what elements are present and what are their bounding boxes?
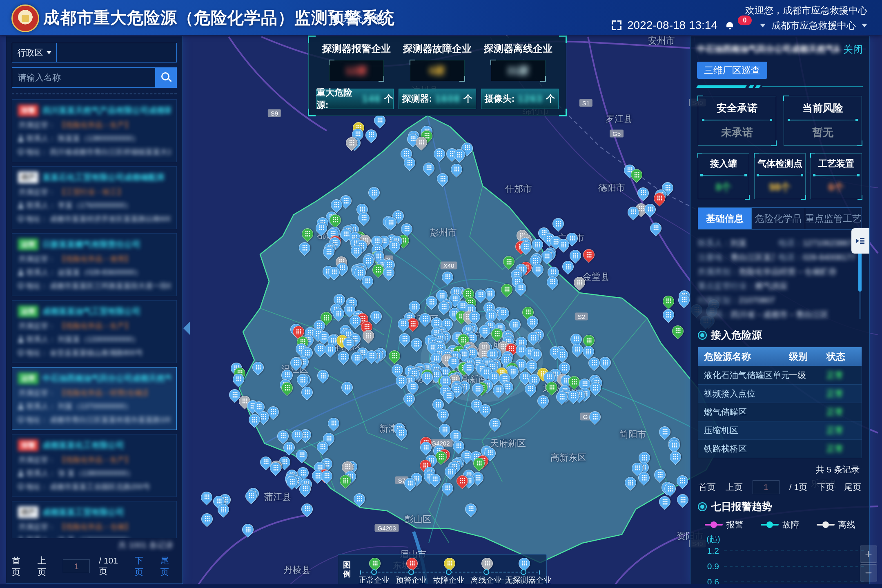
table-row[interactable]: 视频接入点位正常	[698, 384, 862, 403]
pagination-total: / 1页	[789, 481, 807, 493]
card-contact: 联系人： 赵某某（028-83600000）	[27, 267, 142, 277]
card-title-row: 运营日新某某燃气有限责任公司	[18, 238, 171, 250]
chevron-down-icon[interactable]	[862, 24, 867, 27]
enterprise-card[interactable]: 运营中石油西南油气田分公司成都天然气储配总库所属监管：【危险化学品－经营(仓储)…	[12, 367, 177, 430]
tab-重点监管工艺[interactable]: 重点监管工艺	[805, 208, 862, 229]
bell-icon[interactable]	[726, 21, 735, 29]
stat-bar-unit: 个	[463, 93, 472, 105]
pagination-first[interactable]: 首页	[699, 481, 716, 493]
card-contact: 联系人： 刘某某（13300000000）	[27, 334, 140, 344]
table-row[interactable]: 铁路栈桥区正常	[698, 439, 862, 458]
stats-panel: 探测器报警企业12家探测器故障企业6家探测器离线企业31家 重大危险源:146个…	[308, 36, 566, 116]
table-row[interactable]: 压缩机区正常	[698, 421, 862, 439]
region-filter-row: 行政区	[12, 43, 177, 62]
grid-icon	[332, 15, 339, 22]
map-zoom-controls: + −	[860, 546, 877, 581]
search-input[interactable]	[12, 67, 156, 88]
enterprise-card-list: 报警四川某某天然气产品有限公司成都装卸储配站所属监管：【危险化学品－生产】联系人…	[12, 99, 177, 538]
enterprise-card[interactable]: 运营日新某某燃气有限责任公司所属监管：【危险化学品－使用】联系人： 赵某某（02…	[12, 233, 177, 296]
detail-row: 电话：12710623867	[778, 236, 855, 250]
counter-value: 6个	[813, 180, 859, 194]
divider	[814, 175, 858, 176]
detail-value: 12710623867	[803, 238, 853, 247]
stat-group: 探测器故障企业6家	[397, 42, 478, 83]
pagination-prev[interactable]: 上页	[38, 555, 54, 578]
header-toolbar: 2022-08-18 13:14 0 成都市应急救援中心	[612, 19, 867, 32]
stat-group: 探测器报警企业12家	[316, 42, 397, 83]
location-icon	[18, 483, 23, 490]
fullscreen-icon[interactable]	[612, 20, 621, 30]
close-button[interactable]: 关闭	[843, 43, 863, 56]
card-title-row: 运营成都某某油气工贸有限公司	[18, 305, 171, 317]
3d-tour-button[interactable]: 三维厂区巡查	[697, 62, 767, 79]
datetime-text: 2022-08-18 13:14	[627, 19, 717, 32]
card-title: 日新某某燃气有限责任公司	[42, 239, 140, 250]
card-contact: 联系人： 李某（17600000000）	[27, 200, 132, 210]
search-button[interactable]	[156, 67, 177, 88]
detail-value: 21070807	[739, 296, 775, 305]
chevron-down-icon[interactable]	[760, 24, 766, 27]
legend-label: 故障	[782, 519, 800, 530]
card-address-row: 地址： 金堂县某某镇山泉湖路800号	[18, 348, 171, 358]
enterprise-card[interactable]: 报警四川某某天然气产品有限公司成都装卸储配站所属监管：【危险化学品－生产】联系人…	[12, 99, 177, 162]
detail-value: 青白江区某某街道	[731, 253, 774, 262]
enterprise-card[interactable]: 运营成都某某油气工贸有限公司所属监管：【危险化学品－生产】联系人： 刘某某（13…	[12, 300, 177, 363]
stat-value: 6家	[429, 64, 445, 78]
region-filter-value[interactable]	[57, 43, 177, 62]
pagination-next[interactable]: 下页	[135, 555, 151, 578]
person-icon	[18, 470, 24, 477]
map-zoom-in-button[interactable]: +	[860, 546, 877, 563]
tab-基础信息[interactable]: 基础信息	[698, 208, 751, 229]
pagination-first[interactable]: 首页	[12, 555, 29, 578]
hazard-name: 燃气储罐区	[698, 406, 789, 418]
card-title-row: 报警成都某某化工有限公司	[18, 439, 171, 451]
detail-row: 三维码：四川省－成都市－青白江区	[698, 307, 855, 322]
detail-label: 注册地：	[698, 253, 731, 262]
sidebar-collapse-arrow-icon[interactable]	[183, 322, 190, 335]
detail-label: 三维码：	[698, 310, 731, 319]
enterprise-card[interactable]: 停产成都某某工贸有限公司所属监管：【危险化学品－仓储】联系人： 徐 某（1300…	[12, 501, 177, 538]
org-dropdown[interactable]: 成都市应急救援中心	[771, 19, 856, 32]
legend-item-离线企业: 离线企业	[468, 556, 505, 583]
detail-tabs: 基础信息危险化学品重点监管工艺	[698, 207, 862, 229]
pagination-page-input[interactable]	[63, 559, 90, 573]
stat-bar-value: 1608	[435, 93, 460, 105]
detail-value: 028-84008177 / 13408025136	[803, 253, 855, 262]
sidebar: 行政区 报警四川某某天然气产品有限公司成都装卸储配站所属监管：【危险化学品－生产…	[6, 36, 183, 584]
tab-危险化学品[interactable]: 危险化学品	[751, 208, 805, 229]
chevron-down-icon	[47, 51, 51, 54]
hazard-name: 铁路栈桥区	[698, 443, 789, 454]
table-header-cell: 状态	[826, 350, 862, 363]
system-nav-button[interactable]: 系统导航	[332, 11, 383, 25]
hazard-section-header: 接入危险源	[698, 328, 862, 342]
pagination-page-input[interactable]	[753, 480, 780, 494]
enterprise-card[interactable]: 报警成都某某化工有限公司所属监管：【危险化学品－生产】联系人： 张 某（1380…	[12, 434, 177, 497]
map-zoom-out-button[interactable]: −	[860, 564, 877, 581]
pagination-last[interactable]: 尾页	[844, 481, 861, 493]
detail-label: 联系人：	[698, 238, 731, 247]
table-row[interactable]: 液化石油气储罐区单元一级正常	[698, 366, 862, 384]
card-title: 成都某某工贸有限公司	[42, 507, 124, 518]
panel-expand-button[interactable]	[851, 228, 869, 254]
card-contact: 联系人： 陈某某（13800000000）	[27, 134, 140, 143]
counter-box: 气体检测点98个	[754, 153, 806, 199]
info-box-label: 当前风险	[788, 101, 858, 115]
table-row[interactable]: 燃气储罐区正常	[698, 403, 862, 421]
welcome-text: 欢迎您，成都市应急救援中心	[745, 4, 867, 17]
location-icon	[18, 283, 23, 289]
trend-legend: 报警故障离线	[697, 519, 863, 530]
stats-bottom-row: 重大危险源:146个探测器:1608个摄像头:1263个	[316, 89, 559, 109]
detail-row: 电话：028-84008177 / 13408025136	[778, 250, 855, 265]
pagination-last[interactable]: 尾页	[160, 555, 177, 578]
pagination-prev[interactable]: 上页	[726, 481, 743, 493]
detail-value: 刘某	[731, 238, 747, 247]
hazard-table: 危险源名称级别状态 液化石油气储罐区单元一级正常视频接入点位正常燃气储罐区正常压…	[698, 347, 862, 458]
company-title: 中石油西南油气田分公司成都天然气储配总库	[697, 43, 839, 55]
pagination-next[interactable]: 下页	[817, 481, 834, 493]
region-filter-dropdown[interactable]: 行政区	[12, 43, 57, 62]
detail-value: 危险化学品经营－仓储贮存	[739, 267, 837, 276]
divider	[789, 120, 857, 120]
status-badge: 报警	[18, 439, 38, 451]
enterprise-card[interactable]: 停产某某石化工贸有限公司成都储配库所属监管：【工贸行业－轻工】联系人： 李某（1…	[12, 166, 177, 229]
stat-bar: 摄像头:1263个	[481, 89, 559, 109]
